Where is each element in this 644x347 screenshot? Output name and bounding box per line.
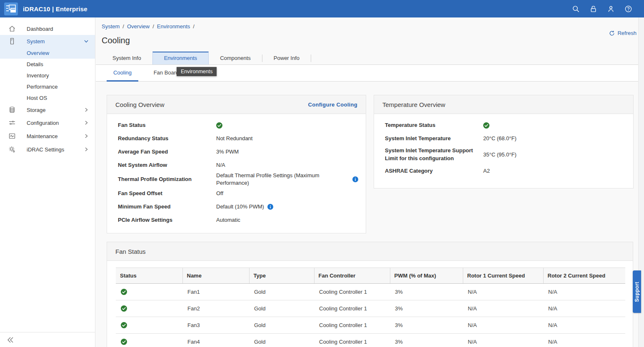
- sidebar-item-idrac-settings[interactable]: iDRAC Settings: [0, 143, 95, 156]
- sliders-icon: [8, 119, 16, 126]
- lock-icon[interactable]: [589, 5, 597, 13]
- database-icon: [8, 106, 16, 114]
- breadcrumb-link-system[interactable]: System: [102, 23, 120, 30]
- fan-status-card: Fan Status Status Name Type Fan Controll…: [107, 242, 633, 347]
- kv-label: Fan Status: [118, 121, 216, 129]
- kv-row: Thermal Profile Optimization Default The…: [107, 172, 366, 187]
- cell-pwm: 3%: [390, 300, 463, 317]
- healthy-status-icon: [121, 339, 127, 345]
- info-icon[interactable]: [352, 176, 358, 182]
- sidebar-item-storage[interactable]: Storage: [0, 104, 95, 116]
- home-icon: [8, 25, 16, 32]
- tab-power-info[interactable]: Power Info: [262, 52, 311, 64]
- cell-controller: Cooling Controller 1: [314, 334, 390, 347]
- kv-row: PCIe Airflow Settings Automatic: [107, 213, 366, 227]
- tab-environments[interactable]: Environments: [152, 52, 209, 64]
- kv-value: 3% PWM: [216, 148, 239, 156]
- cell-type: Gold: [249, 334, 314, 347]
- kv-label: Net System Airflow: [118, 161, 216, 169]
- sidebar-item-label: Details: [27, 61, 43, 67]
- breadcrumb-link-overview[interactable]: Overview: [127, 23, 150, 30]
- kv-value: 20°C (68.0°F): [483, 135, 517, 142]
- col-header-rotor1: Rotor 1 Current Speed: [463, 268, 543, 284]
- sidebar-item-label: Maintenance: [27, 133, 83, 139]
- cell-rotor1: N/A: [463, 334, 543, 347]
- table-row: Fan2 Gold Cooling Controller 1 3% N/A N/…: [116, 300, 625, 317]
- cooling-overview-header: Cooling Overview Configure Cooling: [107, 95, 366, 114]
- kv-label: Average Fan Speed: [118, 148, 216, 156]
- kv-value: Default (10% PWM): [216, 203, 264, 211]
- support-flyout-tab[interactable]: Support: [633, 270, 641, 313]
- fan-status-header: Fan Status: [107, 242, 633, 261]
- cell-name: Fan4: [182, 334, 249, 347]
- kv-label: Fan Speed Offset: [118, 190, 216, 198]
- cell-rotor2: N/A: [543, 284, 625, 300]
- breadcrumb: System/Overview/Environments/: [102, 23, 197, 30]
- sidebar-item-system[interactable]: System: [0, 35, 95, 47]
- sidebar-item-performance[interactable]: Performance: [0, 81, 95, 92]
- page-title: Cooling: [102, 36, 130, 45]
- breadcrumb-link-environments[interactable]: Environments: [157, 23, 190, 30]
- sidebar-footer: [0, 332, 95, 347]
- kv-label: ASHRAE Category: [385, 167, 483, 175]
- sidebar-item-details[interactable]: Details: [0, 59, 95, 70]
- kv-row: ASHRAE Category A2: [374, 164, 633, 178]
- cell-controller: Cooling Controller 1: [314, 300, 390, 317]
- sidebar-item-overview[interactable]: Overview: [0, 47, 95, 59]
- cooling-overview-card: Cooling Overview Configure Cooling Fan S…: [107, 95, 366, 233]
- sidebar-item-configuration[interactable]: Configuration: [0, 116, 95, 129]
- tab-system-info[interactable]: System Info: [101, 52, 152, 64]
- cell-name: Fan2: [182, 300, 249, 317]
- subtab-cooling[interactable]: Cooling: [107, 65, 138, 82]
- chevron-right-icon: [83, 120, 89, 126]
- configure-cooling-link[interactable]: Configure Cooling: [308, 102, 357, 108]
- kv-row: Minimum Fan Speed Default (10% PWM): [107, 200, 366, 213]
- refresh-button[interactable]: Refresh: [609, 30, 637, 36]
- collapse-sidebar-icon[interactable]: [6, 335, 15, 345]
- user-icon[interactable]: [607, 5, 615, 13]
- col-header-rotor2: Rotor 2 Current Speed: [543, 268, 625, 284]
- gear-icon: [8, 146, 16, 153]
- cell-rotor2: N/A: [543, 334, 625, 347]
- tab-divider: [311, 55, 311, 62]
- environments-tooltip: Environments: [177, 67, 217, 76]
- kv-value: N/A: [216, 161, 225, 169]
- cell-type: Gold: [249, 317, 314, 334]
- kv-row: Average Fan Speed 3% PWM: [107, 145, 366, 159]
- sidebar-item-host-os[interactable]: Host OS: [0, 92, 95, 104]
- fan-status-table: Status Name Type Fan Controller PWM (% o…: [116, 268, 625, 347]
- kv-row: Fan Speed Offset Off: [107, 187, 366, 200]
- kv-value: Automatic: [216, 216, 240, 224]
- kv-value: Off: [216, 190, 223, 197]
- kv-label: Temperature Status: [385, 121, 483, 129]
- cell-pwm: 3%: [390, 284, 463, 300]
- chevron-right-icon: [83, 133, 89, 139]
- table-row: Fan3 Gold Cooling Controller 1 3% N/A N/…: [116, 317, 625, 334]
- temperature-overview-header: Temperature Overview: [374, 95, 633, 114]
- sidebar-item-label: Inventory: [27, 72, 49, 79]
- search-icon[interactable]: [572, 5, 580, 13]
- sidebar-item-label: iDRAC Settings: [27, 146, 83, 153]
- kv-row: Fan Status: [107, 119, 366, 132]
- sidebar-item-label: Configuration: [27, 120, 83, 126]
- sidebar-item-inventory[interactable]: Inventory: [0, 70, 95, 81]
- refresh-icon: [609, 30, 615, 36]
- cell-rotor2: N/A: [543, 317, 625, 334]
- col-header-pwm: PWM (% of Max): [390, 268, 463, 284]
- kv-value: A2: [483, 167, 490, 175]
- cell-type: Gold: [249, 300, 314, 317]
- help-icon[interactable]: [624, 5, 632, 13]
- healthy-status-icon: [483, 122, 489, 129]
- sidebar-item-dashboard[interactable]: Dashboard: [0, 22, 95, 35]
- app-title: iDRAC10 | Enterprise: [23, 5, 87, 12]
- cell-type: Gold: [249, 284, 314, 300]
- tab-components[interactable]: Components: [209, 52, 262, 64]
- info-icon[interactable]: [267, 204, 273, 210]
- sidebar-item-maintenance[interactable]: Maintenance: [0, 129, 95, 143]
- top-app-bar: iDRAC10 | Enterprise: [0, 0, 644, 17]
- sidebar-item-label: Performance: [27, 84, 57, 90]
- breadcrumb-separator: /: [122, 23, 124, 30]
- breadcrumb-separator: /: [193, 23, 195, 30]
- kv-row: System Inlet Temperature 20°C (68.0°F): [374, 132, 633, 145]
- kv-row: Temperature Status: [374, 119, 633, 132]
